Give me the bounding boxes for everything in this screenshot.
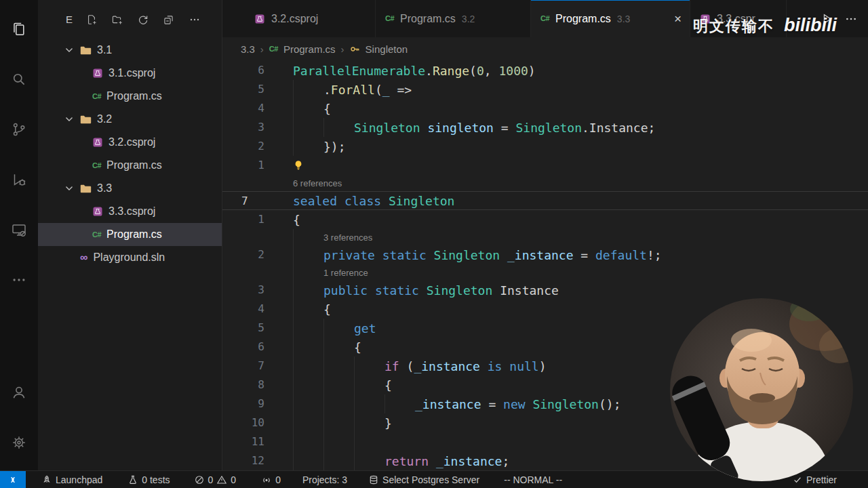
errors-count: 0 xyxy=(208,474,214,485)
sln-file-icon: ∞ xyxy=(80,252,87,263)
tree-folder-3-2[interactable]: 3.2 xyxy=(38,108,222,131)
explorer-header: E xyxy=(38,0,222,39)
run-debug-icon[interactable] xyxy=(0,155,38,205)
status-launchpad[interactable]: Launchpad xyxy=(42,474,102,485)
code-line[interactable]: 2private static Singleton _instance = de… xyxy=(222,245,868,264)
codelens-row[interactable]: 3 references xyxy=(222,229,868,245)
source-control-icon[interactable] xyxy=(0,104,38,155)
tree-file-program-cs-2[interactable]: C# Program.cs xyxy=(38,154,222,177)
csharp-file-icon: C# xyxy=(385,15,394,22)
indent-guide xyxy=(293,394,323,413)
tree-folder-3-3[interactable]: 3.3 xyxy=(38,177,222,200)
tab-program-cs-3-2[interactable]: C# Program.cs 3.2 xyxy=(376,0,531,37)
codelens-references[interactable]: 3 references xyxy=(323,232,372,243)
code-line[interactable]: 3public static Singleton Instance xyxy=(222,281,868,300)
breadcrumb-symbol[interactable]: Singleton xyxy=(366,43,408,55)
tree-file-3-2-csproj[interactable]: 3.2.csproj xyxy=(38,131,222,154)
indent-guide xyxy=(293,264,323,281)
tree-file-3-3-csproj[interactable]: 3.3.csproj xyxy=(38,200,222,223)
code-line[interactable]: 7sealed class Singleton xyxy=(222,191,868,210)
line-content: { xyxy=(293,99,868,118)
indent-guide xyxy=(354,413,384,432)
explorer-icon[interactable] xyxy=(0,4,38,54)
tree-item-label: 3.3 xyxy=(97,182,112,195)
status-postgres[interactable]: Select Postgres Server xyxy=(369,474,479,485)
remote-explorer-icon[interactable] xyxy=(0,205,38,255)
code-line[interactable]: 2}); xyxy=(222,137,868,156)
close-tab-icon[interactable]: × xyxy=(674,12,682,25)
collapse-all-icon[interactable] xyxy=(163,14,174,25)
tab-gap xyxy=(222,0,245,37)
indent-guide xyxy=(293,338,323,357)
tab-3-2-csproj[interactable]: 3.2.csproj xyxy=(245,0,376,37)
line-content: }); xyxy=(293,137,868,156)
more-editor-actions-icon[interactable] xyxy=(845,13,857,25)
tab-dir-hint: 3.3 xyxy=(617,14,630,24)
line-number: 7 xyxy=(222,357,264,375)
codelens-row[interactable]: 1 reference xyxy=(222,264,868,281)
code-line[interactable]: 1{ xyxy=(222,210,868,229)
line-content: public static Singleton Instance xyxy=(293,281,868,300)
codelens-references[interactable]: 1 reference xyxy=(323,268,368,278)
status-broadcast[interactable]: 0 xyxy=(262,474,281,485)
indent-guide xyxy=(323,394,354,413)
tree-file-playground-sln[interactable]: ∞ Playground.sln xyxy=(38,246,222,269)
line-content: sealed class Singleton xyxy=(293,192,868,209)
code-line[interactable]: 3Singleton singleton = Singleton.Instanc… xyxy=(222,118,868,137)
webcam-overlay xyxy=(670,298,853,481)
line-number: 6 xyxy=(222,61,264,80)
indent-guide xyxy=(323,338,354,357)
tree-item-label: Program.cs xyxy=(106,90,162,102)
breadcrumb-file[interactable]: Program.cs xyxy=(283,43,336,55)
indent-guide xyxy=(293,451,323,470)
csharp-file-icon: C# xyxy=(92,231,101,239)
folder-icon xyxy=(80,115,92,125)
lightbulb-icon[interactable] xyxy=(293,160,304,171)
codelens-row[interactable]: 6 references xyxy=(222,175,868,191)
remote-indicator[interactable] xyxy=(0,471,26,488)
csproj-file-icon xyxy=(92,206,103,217)
code-line[interactable]: 5.ForAll(_ => xyxy=(222,80,868,99)
tree-file-program-cs-3-selected[interactable]: C# Program.cs xyxy=(38,223,222,246)
breadcrumb: 3.3 › C# Program.cs › Singleton xyxy=(222,37,868,61)
status-projects[interactable]: Projects: 3 xyxy=(302,474,347,485)
tree-folder-3-1[interactable]: 3.1 xyxy=(38,39,222,62)
line-number: 1 xyxy=(222,156,264,175)
chevron-down-icon xyxy=(64,183,75,194)
csproj-file-icon xyxy=(92,68,103,79)
status-label: Projects: 3 xyxy=(302,474,347,485)
codelens-references[interactable]: 6 references xyxy=(293,178,342,188)
status-label: Select Postgres Server xyxy=(382,474,479,485)
search-icon[interactable] xyxy=(0,54,38,104)
account-icon[interactable] xyxy=(0,367,38,418)
line-content: ParallelEnumerable.Range(0, 1000) xyxy=(293,61,868,80)
code-line[interactable]: 4{ xyxy=(222,99,868,118)
code-line[interactable]: 6ParallelEnumerable.Range(0, 1000) xyxy=(222,61,868,80)
status-tests[interactable]: 0 tests xyxy=(128,474,170,485)
line-content: private static Singleton _instance = def… xyxy=(293,245,868,264)
new-file-icon[interactable] xyxy=(86,14,97,25)
more-actions-icon[interactable] xyxy=(189,14,200,25)
indent-guide xyxy=(293,319,323,338)
status-vim-mode[interactable]: -- NORMAL -- xyxy=(504,474,562,485)
status-label: 0 tests xyxy=(142,474,170,485)
status-label: Prettier xyxy=(806,474,837,485)
breadcrumb-project[interactable]: 3.3 xyxy=(241,43,255,55)
tree-file-3-1-csproj[interactable]: 3.1.csproj xyxy=(38,62,222,85)
indent-guide xyxy=(354,394,384,413)
refresh-icon[interactable] xyxy=(138,14,149,25)
new-folder-icon[interactable] xyxy=(112,14,123,25)
settings-gear-icon[interactable] xyxy=(0,418,38,468)
presenter-video xyxy=(670,298,853,481)
code-line[interactable]: 1 xyxy=(222,156,868,175)
more-views-icon[interactable] xyxy=(0,255,38,305)
tab-program-cs-3-3-active[interactable]: C# Program.cs 3.3 × xyxy=(531,0,690,37)
line-number: 9 xyxy=(222,394,264,413)
status-prettier[interactable]: Prettier xyxy=(793,474,837,485)
indent-guide xyxy=(293,80,323,99)
explorer-sidebar: E 3.1 3.1.csproj C# Program.cs xyxy=(38,0,222,470)
check-icon xyxy=(793,475,802,485)
tree-file-program-cs-1[interactable]: C# Program.cs xyxy=(38,85,222,108)
bilibili-watermark: 明文传输不 bilibili xyxy=(693,15,837,37)
status-problems[interactable]: 0 0 xyxy=(195,474,237,485)
